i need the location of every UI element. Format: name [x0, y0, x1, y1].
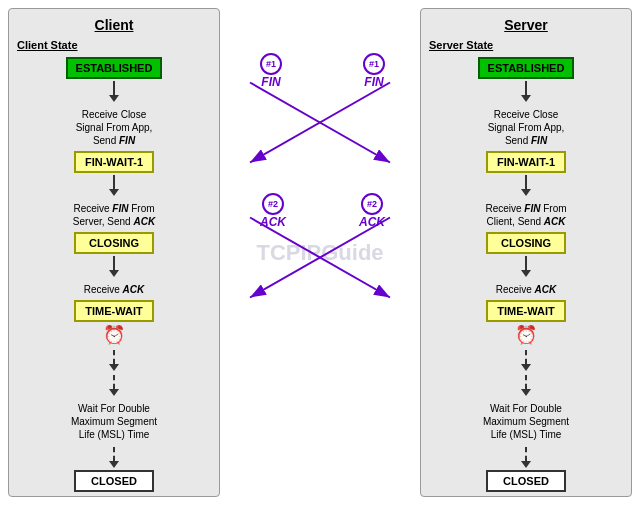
client-state-time-wait: TIME-WAIT — [74, 300, 154, 322]
server-arrow-4 — [521, 350, 531, 371]
client-state-established: ESTABLISHED — [66, 57, 163, 79]
client-title: Client — [95, 17, 134, 33]
server-arrow-3 — [521, 256, 531, 277]
server-arrow-4b — [521, 375, 531, 396]
server-panel: Server Server State ESTABLISHED Receive … — [420, 8, 632, 497]
packet-1-server: #1 FIN — [363, 53, 385, 89]
server-clock-icon: ⏰ — [515, 324, 537, 346]
arrow-4 — [109, 350, 119, 371]
packet-2-circle: #2 — [262, 193, 284, 215]
server-arrow-2 — [521, 175, 531, 196]
server-arrow-5 — [521, 447, 531, 468]
packet-2-server: #2 ACK — [359, 193, 385, 229]
client-desc-2: Receive FIN FromServer, Send ACK — [73, 202, 155, 228]
server-desc-1: Receive CloseSignal From App,Send FIN — [488, 108, 565, 147]
middle-area: TCPIPGuide #1 FIN #1 F — [230, 8, 410, 497]
svg-line-4 — [250, 218, 390, 298]
server-state-fin-wait-1: FIN-WAIT-1 — [486, 151, 566, 173]
packet-2-type-client: ACK — [260, 215, 286, 229]
server-state-time-wait: TIME-WAIT — [486, 300, 566, 322]
packet-1-server-circle: #1 — [363, 53, 385, 75]
client-desc-4: Wait For DoubleMaximum SegmentLife (MSL)… — [71, 402, 157, 441]
packet-2-client: #2 ACK — [260, 193, 286, 229]
packet-1-type-server: FIN — [364, 75, 383, 89]
server-state-closing: CLOSING — [486, 232, 566, 254]
server-desc-3: Receive ACK — [496, 283, 557, 296]
arrow-2 — [109, 175, 119, 196]
arrow-4b — [109, 375, 119, 396]
client-state-closing: CLOSING — [74, 232, 154, 254]
server-title: Server — [504, 17, 548, 33]
client-state-closed: CLOSED — [74, 470, 154, 492]
svg-line-1 — [250, 83, 390, 163]
server-state-label: Server State — [429, 39, 493, 51]
server-state-established: ESTABLISHED — [478, 57, 575, 79]
client-state-fin-wait-1: FIN-WAIT-1 — [74, 151, 154, 173]
packet-2-type-server: ACK — [359, 215, 385, 229]
svg-line-3 — [250, 218, 390, 298]
watermark: TCPIPGuide — [256, 240, 383, 266]
arrow-5 — [109, 447, 119, 468]
server-state-closed: CLOSED — [486, 470, 566, 492]
packet-1-client: #1 FIN — [260, 53, 282, 89]
packet-1-circle: #1 — [260, 53, 282, 75]
client-state-label: Client State — [17, 39, 78, 51]
svg-line-2 — [250, 83, 390, 163]
arrow-1 — [109, 81, 119, 102]
server-arrow-1 — [521, 81, 531, 102]
client-panel: Client Client State ESTABLISHED Receive … — [8, 8, 220, 497]
arrow-3 — [109, 256, 119, 277]
client-desc-3: Receive ACK — [84, 283, 145, 296]
packet-1-type-client: FIN — [261, 75, 280, 89]
client-desc-1: Receive CloseSignal From App,Send FIN — [76, 108, 153, 147]
server-desc-4: Wait For DoubleMaximum SegmentLife (MSL)… — [483, 402, 569, 441]
packet-2-server-circle: #2 — [361, 193, 383, 215]
main-container: Client Client State ESTABLISHED Receive … — [0, 0, 640, 505]
server-desc-2: Receive FIN FromClient, Send ACK — [485, 202, 566, 228]
client-clock-icon: ⏰ — [103, 324, 125, 346]
